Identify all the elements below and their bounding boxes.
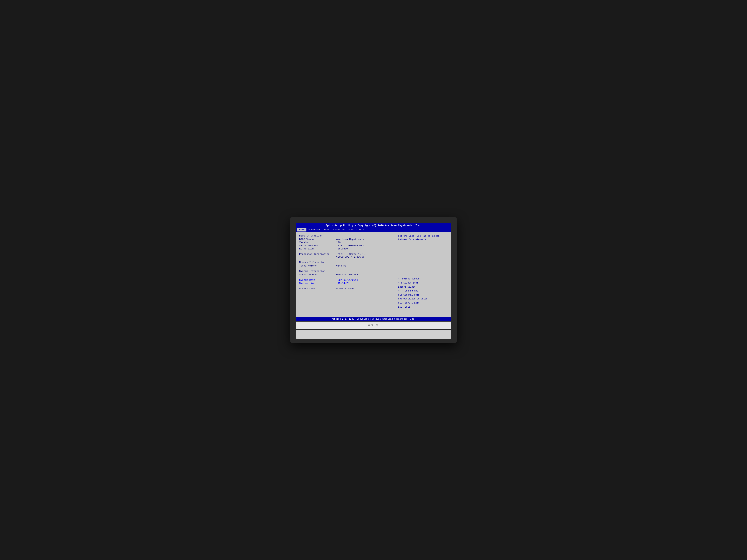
access-level-row: Access Level Administrator (299, 287, 392, 290)
footer-text: Version 2.17.1249. Copyright (C) 2016 Am… (331, 318, 416, 320)
menu-bar: Main Advanced Boot Security Save & Exit (296, 228, 451, 232)
datetime-section: System Date [Sun 09/21/2018] System Time… (299, 279, 392, 285)
key-f1: F1: General Help (398, 293, 448, 297)
laptop-frame: Aptio Setup Utility - Copyright (C) 2016… (290, 217, 457, 343)
processor-info-label: Processor Information (299, 253, 336, 258)
version-row: Version 200 (299, 241, 392, 244)
version-label: Version (299, 241, 336, 244)
key-f10: F10: Save & Exit (398, 301, 448, 305)
system-info-section: System Information Serial Number G5NOCX0… (299, 270, 392, 276)
system-time-label: System Time (299, 282, 336, 285)
vbios-version-label: VBIOS Version (299, 244, 336, 247)
system-date-value[interactable]: [Sun 09/21/2018] (336, 279, 359, 282)
bios-vendor-label: BIOS Vendor (299, 238, 336, 241)
key-enter: Enter: Select (398, 285, 448, 289)
total-memory-row: Total Memory 6144 MB (299, 264, 392, 267)
version-value: 200 (336, 241, 340, 244)
system-info-header: System Information (299, 270, 392, 273)
access-level-section: Access Level Administrator (299, 287, 392, 290)
bios-vendor-row: BIOS Vendor American Megatrends (299, 238, 392, 241)
title-text: Aptio Setup Utility - Copyright (C) 2016… (326, 224, 421, 227)
system-date-label: System Date (299, 279, 336, 282)
memory-info-header: Memory Information (299, 261, 392, 264)
total-memory-label: Total Memory (299, 264, 336, 267)
ec-version-row: EC Version YGSL0800 (299, 247, 392, 250)
menu-boot[interactable]: Boot (322, 228, 331, 232)
main-panel: BIOS Information BIOS Vendor American Me… (296, 232, 395, 317)
title-bar: Aptio Setup Utility - Copyright (C) 2016… (296, 223, 451, 228)
menu-security[interactable]: Security (331, 228, 346, 232)
help-text: Set the Date. Use Tab to switch between … (398, 235, 448, 271)
key-f9: F9: Optimized Defaults (398, 297, 448, 301)
processor-info-row: Processor Information Intel(R) Core(TM) … (299, 253, 392, 258)
processor-info-section: Processor Information Intel(R) Core(TM) … (299, 253, 392, 258)
menu-advanced[interactable]: Advanced (306, 228, 321, 232)
key-select-item: ↑↓: Select Item (398, 281, 448, 285)
key-help: ↔: Select Screen ↑↓: Select Item Enter: … (398, 277, 448, 309)
system-date-row[interactable]: System Date [Sun 09/21/2018] (299, 279, 392, 282)
system-time-value[interactable]: [19:14:29] (336, 282, 351, 285)
footer-bar: Version 2.17.1249. Copyright (C) 2016 Am… (296, 317, 451, 321)
side-panel: Set the Date. Use Tab to switch between … (395, 232, 451, 317)
serial-number-value: G5NOCX01D673184 (336, 273, 358, 276)
bios-screen: Aptio Setup Utility - Copyright (C) 2016… (296, 223, 451, 322)
key-select-screen: ↔: Select Screen (398, 277, 448, 281)
menu-save-exit[interactable]: Save & Exit (346, 228, 366, 232)
bios-info-section: BIOS Information BIOS Vendor American Me… (299, 235, 392, 250)
access-level-label: Access Level (299, 287, 336, 290)
system-time-row[interactable]: System Time [19:14:29] (299, 282, 392, 285)
menu-main[interactable]: Main (297, 228, 306, 232)
total-memory-value: 6144 MB (336, 264, 346, 267)
bios-vendor-value: American Megatrends (336, 238, 364, 241)
serial-number-label: Serial Number (299, 273, 336, 276)
memory-info-section: Memory Information Total Memory 6144 MB (299, 261, 392, 267)
ec-version-label: EC Version (299, 247, 336, 250)
laptop-brand: ASUS (296, 322, 451, 329)
serial-number-row: Serial Number G5NOCX01D673184 (299, 273, 392, 276)
key-esc: ESC: Exit (398, 305, 448, 309)
brand-label: ASUS (368, 323, 379, 327)
ec-version-value: YGSL0800 (336, 247, 348, 250)
access-level-value: Administrator (336, 287, 355, 290)
processor-info-value: Intel(R) Core(TM) i5-6200U CPU @ 2.30GHz (336, 253, 367, 258)
key-change-opt: +/-: Change Opt. (398, 289, 448, 293)
vbios-version-row: VBIOS Version 1033.IO19Q304UA.002 (299, 244, 392, 247)
keyboard (296, 330, 451, 339)
bios-info-header: BIOS Information (299, 235, 392, 237)
content-area: BIOS Information BIOS Vendor American Me… (296, 232, 451, 317)
vbios-version-value: 1033.IO19Q304UA.002 (336, 244, 364, 247)
